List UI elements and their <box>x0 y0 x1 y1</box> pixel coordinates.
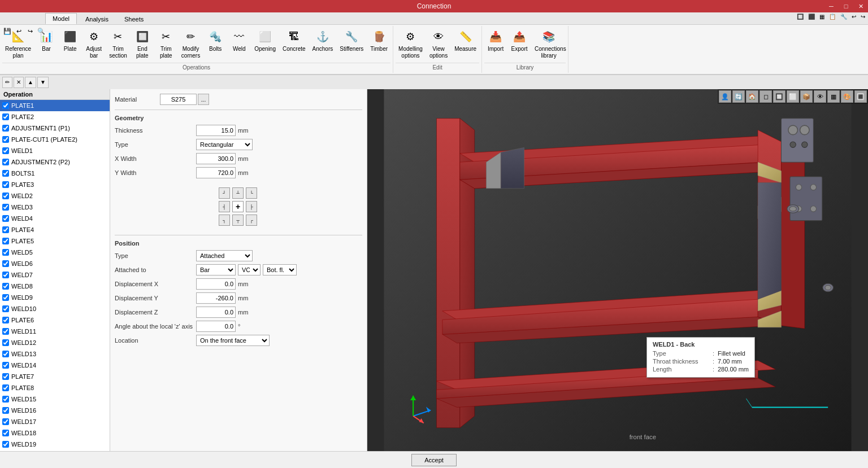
tab-sheets[interactable]: Sheets <box>117 14 151 24</box>
operation-checkbox[interactable] <box>2 272 9 278</box>
ribbon-btn-view-options[interactable]: 👁 Viewoptions <box>427 27 450 61</box>
vp-btn-10[interactable]: 🎨 <box>841 90 853 103</box>
accept-button[interactable]: Accept <box>411 454 457 466</box>
thickness-input[interactable] <box>196 125 236 136</box>
ribbon-btn-anchors[interactable]: ⚓ Anchors <box>310 27 336 54</box>
vp-btn-4[interactable]: ◻ <box>760 90 772 103</box>
dispz-input[interactable] <box>196 307 236 318</box>
operation-item[interactable]: WELD9 <box>0 292 110 303</box>
qat-search[interactable]: 🔍 <box>36 26 46 36</box>
operation-checkbox[interactable] <box>2 113 9 120</box>
operation-checkbox[interactable] <box>2 418 9 425</box>
pos-center[interactable]: + <box>232 201 244 212</box>
ribbon-btn-adjust-bar[interactable]: ⚙ Adjustbar <box>83 27 105 61</box>
operation-item[interactable]: WELD12 <box>0 337 110 348</box>
operation-checkbox[interactable] <box>2 136 9 143</box>
viewport[interactable]: 👤 🔄 🏠 ◻ 🔲 ⬜ 📦 👁 ▦ 🎨 🔳 <box>367 89 868 451</box>
tab-analysis[interactable]: Analysis <box>78 14 116 24</box>
operation-checkbox[interactable] <box>2 283 9 290</box>
ywidth-input[interactable] <box>196 167 236 178</box>
qat-save[interactable]: 💾 <box>2 26 12 36</box>
operation-item[interactable]: PLATE5 <box>0 235 110 247</box>
xwidth-input[interactable] <box>196 153 236 164</box>
material-browse-btn[interactable]: ... <box>198 94 209 105</box>
operation-item[interactable]: PLATE2 <box>0 111 110 123</box>
operation-checkbox[interactable] <box>2 125 9 132</box>
move-down-btn[interactable]: ▼ <box>37 77 49 88</box>
operation-item[interactable]: WELD18 <box>0 427 110 439</box>
operation-checkbox[interactable] <box>2 249 9 256</box>
operation-item[interactable]: WELD7 <box>0 269 110 281</box>
pos-mr[interactable]: ├ <box>246 201 257 212</box>
pos-bc[interactable]: ┬ <box>232 215 244 226</box>
operation-checkbox[interactable] <box>2 294 9 301</box>
operation-item[interactable]: WELD10 <box>0 303 110 314</box>
operation-item[interactable]: PLATE-CUT1 (PLATE2) <box>0 134 110 145</box>
operation-item[interactable]: WELD4 <box>0 213 110 224</box>
ribbon-btn-export[interactable]: 📤 Export <box>508 27 531 54</box>
operation-item[interactable]: WELD16 <box>0 405 110 416</box>
operation-checkbox[interactable] <box>2 396 9 403</box>
operation-checkbox[interactable] <box>2 407 9 414</box>
operation-checkbox[interactable] <box>2 193 9 199</box>
operation-checkbox[interactable] <box>2 339 9 346</box>
operation-checkbox[interactable] <box>2 305 9 312</box>
material-input[interactable] <box>160 94 197 105</box>
dispx-input[interactable] <box>196 278 236 290</box>
operation-item[interactable]: ADJUSTMENT1 (P1) <box>0 123 110 134</box>
pos-br[interactable]: ┌ <box>246 215 257 226</box>
ribbon-btn-weld[interactable]: 〰 Weld <box>228 27 250 54</box>
operation-item[interactable]: WELD8 <box>0 281 110 292</box>
operation-item[interactable]: PLATE1 <box>0 100 110 111</box>
ribbon-btn-trim-section[interactable]: ✂ Trimsection <box>106 27 130 61</box>
operation-checkbox[interactable] <box>2 430 9 436</box>
ribbon-btn-concrete[interactable]: 🏗 Concrete <box>280 27 309 54</box>
operation-item[interactable]: PLATE8 <box>0 382 110 393</box>
operation-checkbox[interactable] <box>2 159 9 165</box>
operation-item[interactable]: PLATE6 <box>0 314 110 326</box>
location-select[interactable]: On the front face <box>196 335 270 346</box>
ribbon-btn-timber[interactable]: 🪵 Timber <box>367 27 390 54</box>
operation-item[interactable]: PLATE7 <box>0 371 110 382</box>
move-up-btn[interactable]: ▲ <box>25 77 36 88</box>
operation-item[interactable]: ADJUSTMENT2 (P2) <box>0 156 110 168</box>
vp-btn-6[interactable]: ⬜ <box>787 90 799 103</box>
vc1-select[interactable]: VC1 <box>238 264 261 275</box>
close-button[interactable]: ✕ <box>853 0 868 12</box>
operation-item[interactable]: PLATE4 <box>0 224 110 235</box>
qat-redo[interactable]: ↪ <box>25 26 35 36</box>
vp-btn-5[interactable]: 🔲 <box>773 90 785 103</box>
minimize-button[interactable]: ─ <box>824 0 839 12</box>
ribbon-btn-import[interactable]: 📥 Import <box>484 27 507 54</box>
ribbon-btn-modify-corners[interactable]: ✏ Modifycorners <box>179 27 203 61</box>
operation-item[interactable]: WELD1 <box>0 145 110 156</box>
pos-tl[interactable]: ┘ <box>219 187 230 199</box>
operation-checkbox[interactable] <box>2 226 9 233</box>
ribbon-btn-connections-library[interactable]: 📚 Connectionslibrary <box>532 27 566 61</box>
ribbon-btn-end-plate[interactable]: 🔲 Endplate <box>131 27 154 61</box>
operation-checkbox[interactable] <box>2 260 9 267</box>
vp-btn-2[interactable]: 🔄 <box>732 90 745 103</box>
operation-item[interactable]: WELD6 <box>0 258 110 269</box>
vp-btn-7[interactable]: 📦 <box>800 90 813 103</box>
operation-checkbox[interactable] <box>2 170 9 177</box>
pos-bl[interactable]: ┐ <box>219 215 230 226</box>
operation-checkbox[interactable] <box>2 181 9 188</box>
operation-checkbox[interactable] <box>2 328 9 335</box>
operation-checkbox[interactable] <box>2 441 9 448</box>
ribbon-btn-trim-plate[interactable]: ✂ Trimplate <box>155 27 177 61</box>
operation-item[interactable]: PLATE3 <box>0 179 110 190</box>
operation-checkbox[interactable] <box>2 362 9 369</box>
operation-item[interactable]: WELD13 <box>0 348 110 360</box>
ribbon-btn-opening[interactable]: ⬜ Opening <box>251 27 279 54</box>
botfl-select[interactable]: Bot. fl. <box>263 264 297 275</box>
vp-btn-9[interactable]: ▦ <box>827 90 840 103</box>
vp-btn-8[interactable]: 👁 <box>814 90 826 103</box>
operation-checkbox[interactable] <box>2 373 9 380</box>
pos-ml[interactable]: ┤ <box>219 201 230 212</box>
operation-item[interactable]: WELD17 <box>0 416 110 427</box>
operation-item[interactable]: WELD2 <box>0 190 110 202</box>
operation-checkbox[interactable] <box>2 147 9 154</box>
qat-undo[interactable]: ↩ <box>14 26 24 36</box>
operation-item[interactable]: WELD3 <box>0 202 110 213</box>
